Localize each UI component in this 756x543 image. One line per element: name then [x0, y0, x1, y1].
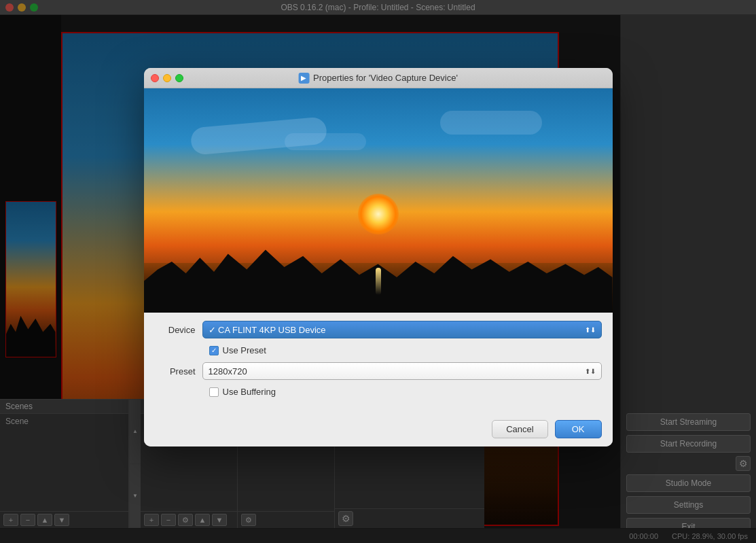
use-buffering-label: Use Buffering — [223, 387, 276, 397]
device-label: Device — [155, 325, 202, 335]
preset-row: Preset 1280x720 ⬆⬇ — [155, 362, 602, 380]
modal-app-icon: ▶ — [298, 73, 309, 84]
modal-traffic-lights — [151, 74, 183, 82]
preset-label: Preset — [155, 366, 202, 376]
modal-form: Device ✓ CA FLINT 4KP USB Device ⬆⬇ ✓ Us… — [144, 313, 613, 415]
use-preset-row: ✓ Use Preset — [209, 345, 602, 355]
modal-title-bar: ▶ Properties for 'Video Capture Device' — [144, 68, 613, 88]
modal-close-button[interactable] — [151, 74, 159, 82]
modal-title-text: Properties for 'Video Capture Device' — [313, 73, 458, 83]
modal-min-button[interactable] — [163, 74, 171, 82]
device-row: Device ✓ CA FLINT 4KP USB Device ⬆⬇ — [155, 321, 602, 338]
sun-reflection — [376, 268, 381, 295]
device-select[interactable]: ✓ CA FLINT 4KP USB Device ⬆⬇ — [202, 321, 602, 338]
use-preset-checkbox[interactable]: ✓ — [209, 346, 219, 355]
use-buffering-row: Use Buffering — [209, 387, 602, 397]
preset-control: 1280x720 ⬆⬇ — [202, 362, 602, 380]
modal-overlay: ▶ Properties for 'Video Capture Device' … — [0, 0, 756, 543]
cancel-button[interactable]: Cancel — [492, 420, 547, 438]
modal-footer: Cancel OK — [144, 415, 613, 446]
device-control: ✓ CA FLINT 4KP USB Device ⬆⬇ — [202, 321, 602, 338]
use-buffering-checkbox[interactable] — [209, 387, 219, 397]
preset-select[interactable]: 1280x720 ⬆⬇ — [202, 362, 602, 380]
modal-max-button[interactable] — [175, 74, 183, 82]
cloud-3 — [285, 133, 366, 150]
sun-glow — [358, 194, 399, 234]
preset-chevron-icon: ⬆⬇ — [585, 368, 596, 375]
modal-video-preview — [144, 88, 613, 313]
device-value: ✓ CA FLINT 4KP USB Device — [209, 325, 326, 335]
ok-button[interactable]: OK — [555, 420, 602, 438]
preset-value: 1280x720 — [209, 366, 247, 376]
device-chevron-icon: ⬆⬇ — [585, 326, 596, 334]
cloud-2 — [440, 111, 542, 135]
use-preset-label: Use Preset — [223, 345, 266, 355]
modal-title: ▶ Properties for 'Video Capture Device' — [298, 73, 458, 84]
properties-modal: ▶ Properties for 'Video Capture Device' … — [144, 68, 613, 446]
